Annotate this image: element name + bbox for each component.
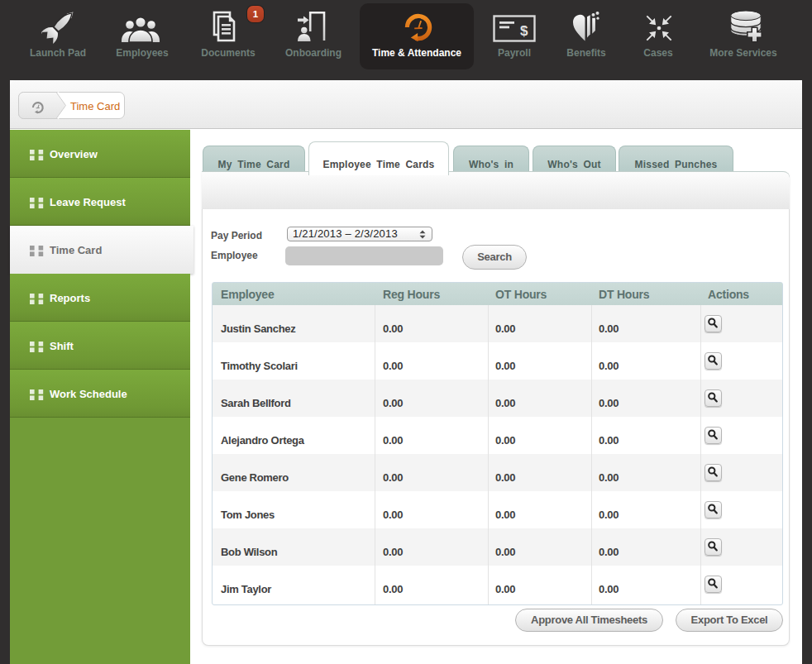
svg-text:Time Card: Time Card: [70, 100, 120, 112]
svg-text:$: $: [520, 23, 528, 39]
